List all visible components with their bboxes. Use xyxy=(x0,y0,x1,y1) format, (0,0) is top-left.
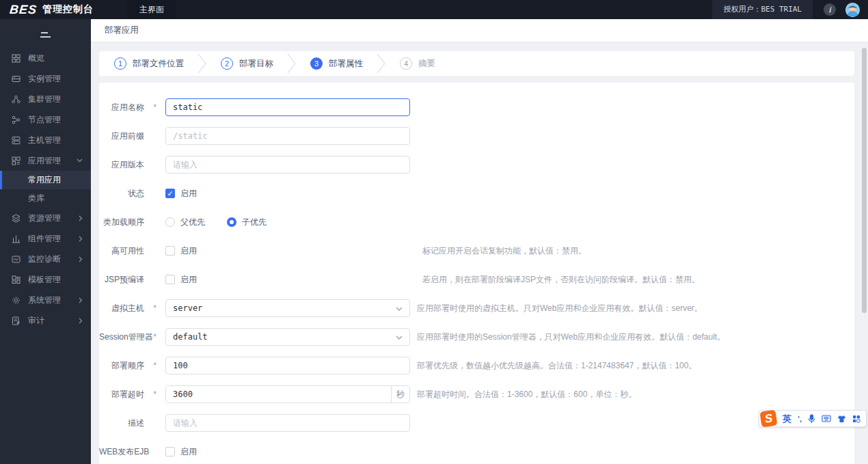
microphone-icon[interactable] xyxy=(808,414,815,424)
required-asterisk: * xyxy=(144,390,165,399)
form-row-status: 状态 ✓ 启用 xyxy=(99,185,854,202)
radio-label: 父优先 xyxy=(180,217,205,228)
sidebar-item-label: 监控诊断 xyxy=(28,254,61,265)
soft-keyboard-icon[interactable] xyxy=(822,415,831,422)
sidebar-item-resources[interactable]: 资源管理 xyxy=(0,208,91,228)
field-label: 类加载顺序 xyxy=(99,217,144,228)
chevron-down-icon xyxy=(396,303,403,313)
sidebar-item-hosts[interactable]: 主机管理 xyxy=(0,130,91,150)
sidebar-item-components[interactable]: 组件管理 xyxy=(0,228,91,249)
chevron-right-icon xyxy=(79,256,83,262)
deploy-properties-form: 应用名称 * 应用前缀 应用版本 状态 ✓ 启用 类加载顺序 xyxy=(99,83,854,464)
sidebar-collapse-button[interactable] xyxy=(0,25,91,45)
sidebar-item-monitoring[interactable]: 监控诊断 xyxy=(0,249,91,269)
session-manager-select[interactable]: default xyxy=(165,328,410,346)
field-help-text: 部署优先级，数值越小优先级越高。合法值：1-2147483647，默认值：100… xyxy=(417,360,696,372)
app-icon xyxy=(12,156,21,165)
step-separator-chevron-icon xyxy=(198,53,207,74)
virtual-host-select[interactable]: server xyxy=(165,299,410,317)
sidebar-item-overview[interactable]: 概览 xyxy=(0,48,91,68)
parent-first-radio[interactable] xyxy=(165,217,175,227)
field-label: 虚拟主机 xyxy=(99,303,144,314)
bes-console-page: BES 管理控制台 主界面 授权用户：BES TRIAL i 概览 xyxy=(0,0,868,464)
step-deploy-properties[interactable]: 3 部署属性 xyxy=(310,57,363,70)
child-first-radio[interactable] xyxy=(227,217,236,227)
form-row-app-prefix: 应用前缀 xyxy=(99,127,854,145)
main-content: 部署应用 1 部署文件位置 2 部署目标 3 部署属性 4 摘要 xyxy=(91,19,868,464)
licensed-user-label: 授权用户：BES TRIAL xyxy=(712,0,813,19)
ime-punctuation-toggle[interactable]: ’, xyxy=(798,415,802,423)
vertical-scrollbar[interactable] xyxy=(862,48,867,313)
form-row-session-manager: Session管理器 * default 应用部署时使用的Session管理器，… xyxy=(99,328,854,346)
app-prefix-input[interactable] xyxy=(165,127,410,145)
field-help-text: 应用部署时使用的Session管理器，只对Web应用和企业应用有效。默认值：de… xyxy=(417,331,725,343)
step-summary[interactable]: 4 摘要 xyxy=(400,57,435,70)
sogou-logo-icon[interactable]: S xyxy=(759,410,777,428)
deploy-timeout-input[interactable] xyxy=(166,386,391,402)
field-label: 状态 xyxy=(99,188,144,200)
step-label: 部署文件位置 xyxy=(133,58,184,70)
form-row-web-publish-ejb: WEB发布EJB 启用 xyxy=(99,443,854,461)
sidebar-item-class-library[interactable]: 类库 xyxy=(0,189,91,208)
sidebar: 概览 实例管理 集群管理 节点管理 主机管理 应用管理 常用应用 类库 xyxy=(0,19,91,464)
select-value: default xyxy=(173,332,208,342)
sidebar-item-label: 常用应用 xyxy=(28,174,61,186)
jsp-precompile-checkbox[interactable] xyxy=(165,275,175,284)
skin-shirt-icon[interactable] xyxy=(837,415,846,423)
breadcrumb: 部署应用 xyxy=(91,19,868,42)
ime-toolbar: S 英 ’, xyxy=(759,410,867,427)
sidebar-item-clusters[interactable]: 集群管理 xyxy=(0,89,91,109)
audit-icon xyxy=(12,316,21,325)
chevron-right-icon xyxy=(79,236,83,242)
monitor-icon xyxy=(12,255,21,264)
sidebar-item-instances[interactable]: 实例管理 xyxy=(0,68,91,89)
sidebar-item-label: 模板管理 xyxy=(28,274,61,286)
select-value: server xyxy=(173,303,202,313)
step-separator-chevron-icon xyxy=(377,53,386,74)
checkbox-label: 启用 xyxy=(180,274,197,286)
field-label: 应用名称 xyxy=(99,102,144,113)
info-icon[interactable]: i xyxy=(824,3,836,16)
step-deploy-file-location[interactable]: 1 部署文件位置 xyxy=(114,57,184,70)
chevron-down-icon xyxy=(77,159,83,163)
sidebar-item-nodes[interactable]: 节点管理 xyxy=(0,109,91,130)
checkbox-label: 启用 xyxy=(180,446,197,458)
chevron-right-icon xyxy=(79,318,83,324)
sidebar-item-templates[interactable]: 模板管理 xyxy=(0,269,91,290)
toolbox-grid-icon[interactable] xyxy=(852,415,860,423)
description-input[interactable] xyxy=(165,414,410,432)
ime-language-toggle[interactable]: 英 xyxy=(783,413,791,425)
sidebar-item-label: 组件管理 xyxy=(28,233,61,245)
field-label: WEB发布EJB xyxy=(99,446,144,458)
bes-logo: BES xyxy=(9,3,38,17)
sidebar-item-system[interactable]: 系统管理 xyxy=(0,290,91,310)
web-publish-ejb-checkbox[interactable] xyxy=(165,447,175,456)
app-version-input[interactable] xyxy=(165,156,410,174)
step-label: 部署目标 xyxy=(239,58,273,70)
sidebar-item-label: 资源管理 xyxy=(28,213,61,224)
app-name-input[interactable] xyxy=(165,98,410,116)
deploy-order-input[interactable] xyxy=(165,357,410,374)
ha-enable-checkbox[interactable] xyxy=(165,246,175,256)
field-label: 应用前缀 xyxy=(99,131,144,142)
host-icon xyxy=(12,136,21,145)
step-label: 摘要 xyxy=(418,58,435,70)
field-label: 部署超时 xyxy=(99,389,144,400)
field-help-text: 若启用，则在部署阶段编译JSP文件，否则在访问阶段编译。默认值：禁用。 xyxy=(422,274,700,286)
step-deploy-target[interactable]: 2 部署目标 xyxy=(221,57,273,70)
field-label: 描述 xyxy=(99,418,144,429)
status-enabled-checkbox[interactable]: ✓ xyxy=(165,189,175,198)
field-label: 部署顺序 xyxy=(99,360,144,372)
sidebar-item-common-apps[interactable]: 常用应用 xyxy=(0,171,91,189)
wizard-steps: 1 部署文件位置 2 部署目标 3 部署属性 4 摘要 xyxy=(99,51,854,76)
instance-icon xyxy=(12,74,21,83)
user-avatar[interactable] xyxy=(845,3,860,17)
tab-main-interface[interactable]: 主界面 xyxy=(127,0,176,19)
field-help-text: 部署超时时间。合法值：1-3600，默认值：600，单位：秒。 xyxy=(417,389,636,400)
sidebar-item-audit[interactable]: 审计 xyxy=(0,310,91,331)
node-icon xyxy=(12,115,21,124)
system-gear-icon xyxy=(12,296,21,305)
sidebar-item-applications[interactable]: 应用管理 xyxy=(0,150,91,171)
product-title: 管理控制台 xyxy=(42,3,94,16)
field-label: 高可用性 xyxy=(99,245,144,257)
